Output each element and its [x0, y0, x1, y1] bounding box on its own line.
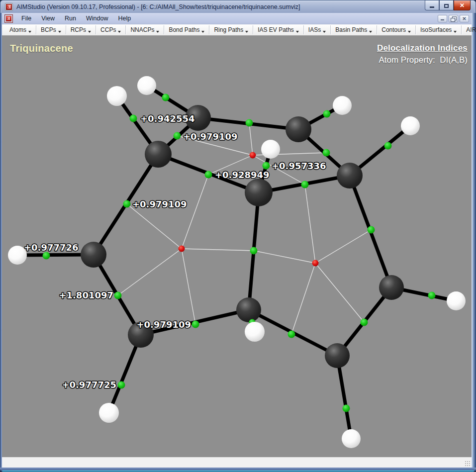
bond-critical-point[interactable] — [118, 381, 125, 389]
bond-critical-point[interactable] — [428, 292, 436, 299]
toolbar-button-label: BCPs — [41, 26, 56, 33]
toolbar-button-ccps[interactable]: CCPs — [96, 25, 125, 35]
resize-grip-icon[interactable] — [465, 461, 471, 467]
window-title: AIMStudio (Version 09.10.17, Professiona… — [16, 3, 300, 10]
close-icon: ✕ — [460, 2, 465, 9]
bond-critical-point[interactable] — [301, 181, 309, 189]
menu-bar: E FileViewRunWindowHelp ✕ — [2, 13, 472, 24]
dropdown-arrow-icon — [58, 31, 61, 33]
bond-critical-point[interactable] — [368, 226, 375, 234]
hydrogen-atom[interactable] — [447, 291, 466, 310]
carbon-atom[interactable] — [337, 163, 363, 189]
hydrogen-atom[interactable] — [99, 403, 119, 423]
bond-critical-point[interactable] — [323, 149, 330, 157]
bond-critical-point[interactable] — [205, 171, 212, 179]
carbon-atom[interactable] — [325, 343, 350, 368]
menu-item-window[interactable]: Window — [81, 13, 113, 24]
property-title: Delocalization Indices — [377, 43, 468, 53]
toolbar-button-rcps[interactable]: RCPs — [67, 25, 95, 35]
minimize-button[interactable] — [425, 0, 439, 10]
hydrogen-atom[interactable] — [261, 140, 280, 159]
title-bar[interactable]: E AIMStudio (Version 09.10.17, Professio… — [0, 0, 476, 13]
toolbar-button-nnacps[interactable]: NNACPs — [126, 25, 163, 35]
molecule-canvas[interactable]: +0.942554+0.979109+0.928949+0.957336+0.9… — [2, 36, 472, 457]
dropdown-arrow-icon — [201, 31, 204, 33]
hydrogen-atom[interactable] — [333, 96, 352, 115]
toolbar-button-bond-paths[interactable]: Bond Paths — [165, 25, 208, 35]
mdi-minimize-button[interactable] — [438, 15, 447, 22]
hydrogen-atom[interactable] — [401, 116, 420, 135]
toolbar-button-isosurfaces[interactable]: IsoSurfaces — [416, 25, 461, 35]
molecule-svg[interactable]: +0.942554+0.979109+0.928949+0.957336+0.9… — [2, 36, 472, 457]
toolbar-button-label: NNACPs — [130, 26, 154, 33]
maximize-button[interactable] — [439, 0, 454, 10]
bond-critical-point[interactable] — [323, 110, 331, 118]
close-button[interactable]: ✕ — [454, 0, 471, 10]
bond-critical-point[interactable] — [162, 94, 170, 101]
minimize-icon — [430, 6, 434, 8]
ring-path-line — [182, 175, 208, 249]
ring-path-line — [315, 230, 371, 263]
bond-critical-point[interactable] — [192, 321, 199, 328]
bond-critical-point[interactable] — [43, 252, 50, 260]
hydrogen-atom[interactable] — [137, 76, 156, 95]
toolbar-button-label: IAS EV Paths — [258, 26, 294, 33]
mdi-window-controls: ✕ — [438, 15, 469, 22]
toolbar-button-ias-ev-paths[interactable]: IAS EV Paths — [254, 25, 303, 35]
menu-item-view[interactable]: View — [36, 13, 60, 24]
toolbar-button-label: Basin Paths — [335, 26, 367, 33]
carbon-atom[interactable] — [236, 297, 261, 322]
dropdown-arrow-icon — [88, 31, 91, 33]
hydrogen-atom[interactable] — [245, 322, 265, 342]
toolbar-button-contours[interactable]: Contours — [378, 25, 415, 35]
bond-critical-point[interactable] — [130, 115, 137, 122]
carbon-atom[interactable] — [81, 242, 106, 268]
carbon-atom[interactable] — [145, 141, 172, 168]
toolbar-button-atoms[interactable]: Atoms — [5, 25, 35, 35]
bond-critical-point[interactable] — [384, 142, 392, 150]
mdi-close-button[interactable]: ✕ — [460, 15, 469, 22]
hydrogen-atom[interactable] — [342, 429, 361, 448]
toolbar-button-label: Atoms — [9, 26, 26, 33]
toolbar-button-airs[interactable]: AIRs — [462, 25, 476, 35]
delocalization-index-label: +0.979109 — [136, 319, 191, 330]
delocalization-index-label: +0.979109 — [132, 199, 187, 209]
menu-item-run[interactable]: Run — [60, 13, 81, 24]
bond-critical-point[interactable] — [288, 331, 295, 338]
bond-critical-point[interactable] — [123, 200, 131, 208]
toolbar-button-bcps[interactable]: BCPs — [37, 25, 65, 35]
carbon-atom[interactable] — [286, 116, 311, 142]
toolbar-separator — [461, 25, 462, 34]
hydrogen-atom[interactable] — [107, 86, 127, 106]
ring-path-line — [291, 263, 315, 334]
mdi-restore-button[interactable] — [449, 15, 458, 22]
toolbar-separator — [253, 25, 253, 34]
ring-critical-point[interactable] — [312, 260, 319, 267]
bond-critical-point[interactable] — [343, 405, 350, 412]
carbon-atom[interactable] — [245, 179, 273, 206]
bond-critical-point[interactable] — [114, 292, 122, 299]
toolbar-buttons: AtomsBCPsRCPsCCPsNNACPsBond PathsRing Pa… — [5, 24, 476, 35]
carbon-atom[interactable] — [379, 275, 404, 300]
delocalization-index-label: +0.977725 — [62, 379, 116, 390]
menu-items: FileViewRunWindowHelp — [16, 13, 136, 24]
toolbar-button-iass[interactable]: IASs — [304, 25, 330, 35]
ring-critical-point[interactable] — [250, 152, 256, 159]
dropdown-arrow-icon — [296, 31, 299, 33]
toolbar-button-label: AIRs — [466, 26, 476, 33]
dropdown-arrow-icon — [118, 31, 121, 33]
bond-critical-point[interactable] — [263, 162, 270, 170]
toolbar-button-ring-paths[interactable]: Ring Paths — [210, 25, 252, 35]
bond-critical-point[interactable] — [174, 132, 181, 140]
dropdown-arrow-icon — [369, 31, 372, 33]
bond-path-line — [337, 356, 351, 439]
toolbar-button-basin-paths[interactable]: Basin Paths — [331, 25, 376, 35]
ring-critical-point[interactable] — [179, 246, 185, 252]
menu-item-help[interactable]: Help — [113, 13, 136, 24]
bond-critical-point[interactable] — [250, 247, 258, 255]
bond-critical-point[interactable] — [361, 319, 368, 326]
menu-item-file[interactable]: File — [16, 13, 36, 24]
bond-critical-point[interactable] — [246, 119, 253, 127]
toolbar-button-label: Contours — [381, 26, 406, 33]
toolbar-separator — [66, 25, 66, 34]
